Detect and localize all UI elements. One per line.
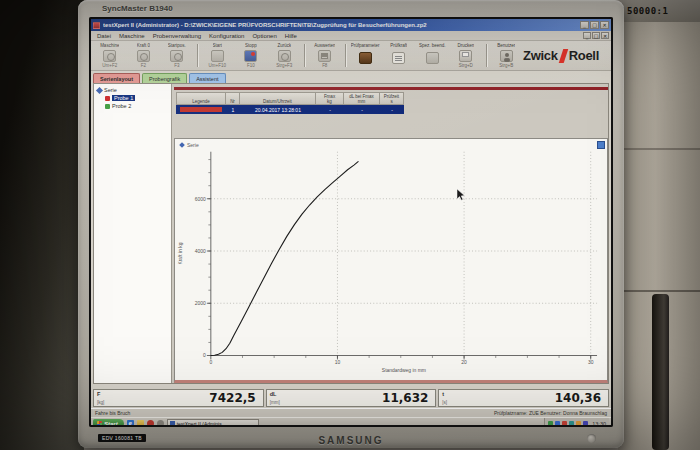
svg-text:10: 10 xyxy=(335,360,341,365)
screen: testXpert II (Administrator) - D:\ZWICK\… xyxy=(89,17,613,427)
equipment-seam xyxy=(618,290,700,292)
results-table: Legende Nr Datum/Uhrzeit Fmaxkg dL bei F… xyxy=(176,92,404,114)
window-titlebar[interactable]: testXpert II (Administrator) - D:\ZWICK\… xyxy=(91,19,611,31)
work-area: Serie Probe 1 Probe 2 xyxy=(93,83,609,384)
toolbar: Maschine Um+F2 Kraft 0 F2 Startpos. F3 xyxy=(91,41,611,71)
menubar: Datei Maschine Probenverwaltung Konfigur… xyxy=(91,31,611,41)
internet-explorer-icon[interactable]: e xyxy=(127,420,134,425)
folder-icon[interactable] xyxy=(137,420,144,425)
ratio-label: 50000:1 xyxy=(627,6,668,16)
toolbar-separator xyxy=(345,44,346,67)
equipment-seam xyxy=(618,148,700,150)
equipment-groove xyxy=(652,294,669,450)
statusbar: Fahre bis Bruch Prüfplatzname: ZUE Benut… xyxy=(91,408,611,417)
menu-maschine[interactable]: Maschine xyxy=(115,33,149,39)
table-row[interactable]: 1 20.04.2017 13:28:01 - - - xyxy=(176,105,404,114)
live-readouts: F[kg] 7422,5 dL[mm] 11,632 t[s] 140,36 xyxy=(93,389,609,407)
child-close-icon[interactable]: ✕ xyxy=(601,32,609,39)
tray-clock: 13:30 xyxy=(592,421,606,426)
gear-icon xyxy=(103,50,116,62)
force-value: 7422,5 xyxy=(104,391,259,405)
menu-optionen[interactable]: Optionen xyxy=(248,33,280,39)
child-restore-icon[interactable]: □ xyxy=(592,32,600,39)
tree-item-probe-2[interactable]: Probe 2 xyxy=(94,102,171,110)
stop-button[interactable]: Stopp F10 xyxy=(234,42,268,69)
tab-probengrafik[interactable]: Probengrafik xyxy=(142,73,187,83)
tree-item-probe-1[interactable]: Probe 1 xyxy=(94,94,171,102)
series-diamond-icon xyxy=(96,86,103,93)
menu-datei[interactable]: Datei xyxy=(93,33,115,39)
background-equipment-right xyxy=(618,0,700,450)
minimize-icon[interactable]: _ xyxy=(580,21,589,29)
quicklaunch-clock-icon[interactable] xyxy=(157,420,164,425)
maximize-icon[interactable]: □ xyxy=(590,21,599,29)
quicklaunch-app-icon[interactable] xyxy=(147,420,154,425)
child-minimize-icon[interactable]: _ xyxy=(583,32,591,39)
user-icon xyxy=(500,50,513,62)
force-zero-button[interactable]: Kraft 0 F2 xyxy=(127,42,161,69)
svg-text:20: 20 xyxy=(461,360,467,365)
tray-icon-red[interactable] xyxy=(562,421,567,425)
system-tray: 13:30 xyxy=(544,418,609,425)
return-icon xyxy=(278,50,291,62)
monitor-power-button[interactable] xyxy=(587,434,596,443)
force-displacement-chart[interactable]: Serie 02000400060000102030Kraft in kgSta… xyxy=(174,138,608,383)
active-pane-red-strip xyxy=(174,87,608,90)
menu-konfiguration[interactable]: Konfiguration xyxy=(205,33,248,39)
readout-time: t[s] 140,36 xyxy=(438,389,609,407)
series-tree-panel: Serie Probe 1 Probe 2 xyxy=(94,84,172,383)
print-button[interactable]: Drucken Strg+D xyxy=(449,42,483,69)
pen-icon xyxy=(359,52,372,64)
test-parameters-button[interactable]: Prüfparameter xyxy=(348,42,382,69)
evaluate-button[interactable]: Auswerten F8 xyxy=(308,42,342,69)
background-dark-left xyxy=(0,0,84,450)
readout-force: F[kg] 7422,5 xyxy=(93,389,264,407)
svg-text:4000: 4000 xyxy=(195,249,206,254)
close-icon[interactable]: ✕ xyxy=(600,21,609,29)
menu-hilfe[interactable]: Hilfe xyxy=(281,33,301,39)
tray-icon-teal[interactable] xyxy=(569,421,574,425)
zwick-roell-logo: Zwick Roell xyxy=(523,42,609,69)
force-zero-icon xyxy=(137,50,150,62)
clipboard-icon xyxy=(392,52,405,64)
windows-flag-icon xyxy=(97,421,102,425)
row-legend-color-bar xyxy=(180,107,222,112)
tray-icon-green[interactable] xyxy=(548,421,553,425)
svg-text:0: 0 xyxy=(203,353,206,358)
chart-plot: 02000400060000102030Kraft in kgStandardw… xyxy=(175,139,607,380)
mouse-cursor-icon xyxy=(457,189,466,201)
tab-serienlayout[interactable]: Serienlayout xyxy=(93,73,140,83)
start-position-button[interactable]: Startpos. F3 xyxy=(160,42,194,69)
tray-icon-orange[interactable] xyxy=(576,421,581,425)
finish-specimen-button[interactable]: Spez. beend. xyxy=(416,42,450,69)
inventory-sticker: EDV 160081 TB xyxy=(98,434,146,442)
specimen-red-marker-icon xyxy=(105,96,110,101)
machine-button[interactable]: Maschine Um+F2 xyxy=(93,42,127,69)
printer-icon xyxy=(459,50,472,62)
legend-diamond-icon xyxy=(179,142,185,148)
tray-icon-blue[interactable] xyxy=(555,421,560,425)
desktop: testXpert II (Administrator) - D:\ZWICK\… xyxy=(91,19,611,425)
readout-elongation: dL[mm] 11,632 xyxy=(266,389,437,407)
return-button[interactable]: Zurück Strg+F3 xyxy=(268,42,302,69)
test-force-button[interactable]: Prüfkraft xyxy=(382,42,416,69)
content-panel: Legende Nr Datum/Uhrzeit Fmaxkg dL bei F… xyxy=(174,84,608,383)
tab-assistent[interactable]: Assistent xyxy=(189,73,225,83)
chart-tool-button[interactable] xyxy=(597,141,605,149)
menu-probenverwaltung[interactable]: Probenverwaltung xyxy=(149,33,205,39)
toolbar-separator xyxy=(304,44,305,67)
start-button[interactable]: Start Um+F10 xyxy=(201,42,235,69)
svg-text:Kraft in kg: Kraft in kg xyxy=(178,242,183,264)
document-icon xyxy=(426,52,439,64)
testxpert-task-icon xyxy=(170,421,175,425)
chart-legend: Serie xyxy=(180,142,199,148)
table-header: Legende Nr Datum/Uhrzeit Fmaxkg dL bei F… xyxy=(176,92,404,105)
user-button[interactable]: Benutzer Strg+B xyxy=(489,42,523,69)
tree-item-serie[interactable]: Serie xyxy=(94,86,171,94)
taskbar-task-testxpert[interactable]: testXpert II (Adminis... xyxy=(167,419,259,425)
tray-icon-indigo[interactable] xyxy=(583,421,588,425)
start-menu-button[interactable]: Start xyxy=(93,419,124,425)
svg-text:0: 0 xyxy=(209,360,212,365)
toolbar-separator xyxy=(197,44,198,67)
window-title: testXpert II (Administrator) - D:\ZWICK\… xyxy=(103,22,577,28)
